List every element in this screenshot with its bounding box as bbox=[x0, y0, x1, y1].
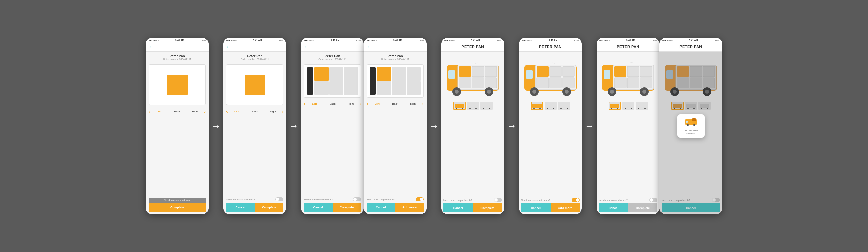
thumb-2-5[interactable] bbox=[467, 102, 479, 110]
content-1: Peter Pan Order number: 333444111 ‹ Left… bbox=[146, 52, 209, 214]
phone-screen-7: ••••• Sketch 9:41 AM 100% PETER PAN bbox=[597, 38, 659, 214]
grid-cell-4-3[interactable] bbox=[377, 81, 391, 95]
thumb-2-7[interactable] bbox=[622, 102, 634, 110]
back-arrow-4[interactable]: ‹ bbox=[367, 44, 369, 50]
grid-cell-3-0[interactable] bbox=[314, 67, 329, 81]
svg-rect-74 bbox=[666, 70, 673, 79]
toggle-6[interactable] bbox=[572, 198, 580, 202]
thumb-2-6[interactable] bbox=[545, 102, 557, 110]
phone-screen-3: ••••• Sketch 9:41 AM 100% ‹ Peter Pan Or… bbox=[301, 38, 364, 214]
svg-point-16 bbox=[456, 108, 457, 109]
svg-point-11 bbox=[455, 90, 459, 94]
status-right-5: 100% bbox=[496, 39, 501, 41]
phone-screen-6: ••••• Sketch 9:41 AM 100% PETER PAN bbox=[519, 38, 582, 214]
add-more-btn-4[interactable]: Add more bbox=[395, 203, 424, 212]
back-arrow-3[interactable]: ‹ bbox=[304, 44, 306, 50]
thumb-1-7[interactable] bbox=[609, 102, 621, 110]
status-right-8: 100% bbox=[714, 39, 719, 41]
status-left-2: ••••• Sketch bbox=[226, 39, 237, 41]
toggle-3[interactable] bbox=[353, 197, 361, 201]
cancel-btn-4[interactable]: Cancel bbox=[367, 203, 395, 212]
toggle-5[interactable] bbox=[494, 198, 502, 202]
svg-rect-89 bbox=[686, 104, 696, 108]
back-arrow-2[interactable]: ‹ bbox=[227, 44, 229, 50]
toggle-4[interactable] bbox=[416, 197, 424, 201]
svg-point-64 bbox=[611, 108, 612, 109]
nav-right-arrow-2[interactable]: › bbox=[282, 109, 283, 114]
grid-cell-4-5[interactable] bbox=[407, 81, 421, 95]
svg-rect-31 bbox=[537, 78, 549, 88]
status-time-8: 9:41 AM bbox=[689, 39, 698, 41]
nav-right-arrow-3[interactable]: › bbox=[359, 101, 361, 106]
cancel-btn-8[interactable]: Cancel bbox=[662, 203, 720, 212]
complete-btn-2[interactable]: Complete bbox=[255, 203, 284, 212]
svg-rect-52 bbox=[614, 66, 626, 77]
btn-row-4: Cancel Add more bbox=[367, 203, 424, 212]
truck-svg-6: ♡ bbox=[522, 55, 578, 99]
cancel-btn-5[interactable]: Cancel bbox=[443, 203, 473, 212]
svg-rect-9 bbox=[485, 78, 497, 88]
status-bar-6: ••••• Sketch 9:41 AM 100% bbox=[519, 38, 582, 42]
grid-cell-3-5[interactable] bbox=[344, 81, 358, 95]
thumb-3-7[interactable] bbox=[636, 102, 648, 110]
nav-right-arrow-4[interactable]: › bbox=[422, 101, 424, 106]
svg-rect-8 bbox=[472, 78, 484, 88]
thumb-1-6[interactable] bbox=[531, 102, 543, 110]
complete-btn-1[interactable]: Complete bbox=[149, 203, 206, 212]
grid-cell-3-1[interactable] bbox=[329, 67, 343, 81]
grid-cell-4-2[interactable] bbox=[407, 67, 421, 81]
status-right-3: 100% bbox=[356, 39, 361, 41]
thumb-1-8[interactable] bbox=[671, 102, 684, 110]
cancel-btn-3[interactable]: Cancel bbox=[304, 203, 333, 212]
svg-text:♡: ♡ bbox=[630, 61, 633, 65]
cancel-btn-6[interactable]: Cancel bbox=[521, 203, 551, 212]
header-1: ‹ bbox=[146, 42, 209, 52]
toggle-label-7: Need more compartments? bbox=[599, 199, 628, 201]
order-name-1: Peter Pan bbox=[149, 54, 206, 58]
complete-btn-5[interactable]: Complete bbox=[473, 203, 502, 212]
svg-rect-80 bbox=[690, 78, 702, 88]
status-left-5: ••••• Sketch bbox=[444, 39, 455, 41]
thumb-3-5[interactable] bbox=[480, 102, 493, 110]
thumb-3-6[interactable] bbox=[558, 102, 570, 110]
toggle-8[interactable] bbox=[712, 198, 720, 202]
cancel-btn-2[interactable]: Cancel bbox=[226, 203, 255, 212]
btn-row-2: Cancel Complete bbox=[226, 203, 283, 212]
nav-back-3: Back bbox=[323, 102, 341, 105]
back-arrow-1[interactable]: ‹ bbox=[149, 44, 151, 50]
cancel-btn-7[interactable]: Cancel bbox=[599, 203, 628, 212]
phone-screen-2: ••••• Sketch 9:41 AM 100% ‹ Peter Pan Or… bbox=[223, 38, 286, 214]
grid-cell-4-0[interactable] bbox=[377, 67, 391, 81]
svg-text:♡: ♡ bbox=[475, 61, 478, 65]
complete-btn-3[interactable]: Complete bbox=[333, 203, 361, 212]
order-name-4: Peter Pan bbox=[367, 54, 424, 58]
grid-cell-3-4[interactable] bbox=[329, 81, 343, 95]
status-time-7: 9:41 AM bbox=[626, 39, 635, 41]
svg-rect-29 bbox=[550, 66, 561, 77]
add-more-btn-6[interactable]: Add more bbox=[551, 203, 580, 212]
grid-cell-3-2[interactable] bbox=[344, 67, 358, 81]
toggle-7[interactable] bbox=[649, 198, 657, 202]
nav-bar-4: ‹ Left Back Right › bbox=[367, 100, 424, 108]
order-info-4: Peter Pan Order number: 333444111 bbox=[367, 54, 424, 60]
grid-cell-4-4[interactable] bbox=[392, 81, 406, 95]
svg-rect-32 bbox=[550, 78, 561, 88]
nav-left-4: Left bbox=[368, 102, 386, 105]
truck-container-5: ♡ bbox=[443, 55, 502, 99]
svg-point-41 bbox=[539, 108, 541, 109]
nav-right-arrow-1[interactable]: › bbox=[204, 109, 206, 114]
compartment-panel-3 bbox=[304, 64, 361, 98]
grid-cell-4-1[interactable] bbox=[392, 67, 406, 81]
nav-back-4: Back bbox=[386, 102, 404, 105]
content-5: ♡ Need more compartments? bbox=[441, 52, 504, 214]
thumb-2-8[interactable] bbox=[685, 102, 697, 110]
toggle-2[interactable] bbox=[275, 197, 283, 201]
thumb-3-8[interactable] bbox=[698, 102, 711, 110]
truck-container-8 bbox=[662, 55, 720, 99]
thumb-1-5[interactable] bbox=[453, 102, 466, 110]
nav-back-2: Back bbox=[246, 110, 264, 113]
orange-box-1 bbox=[167, 75, 188, 95]
grid-cell-3-3[interactable] bbox=[314, 81, 329, 95]
svg-point-46 bbox=[560, 108, 562, 109]
svg-rect-4 bbox=[459, 66, 471, 77]
